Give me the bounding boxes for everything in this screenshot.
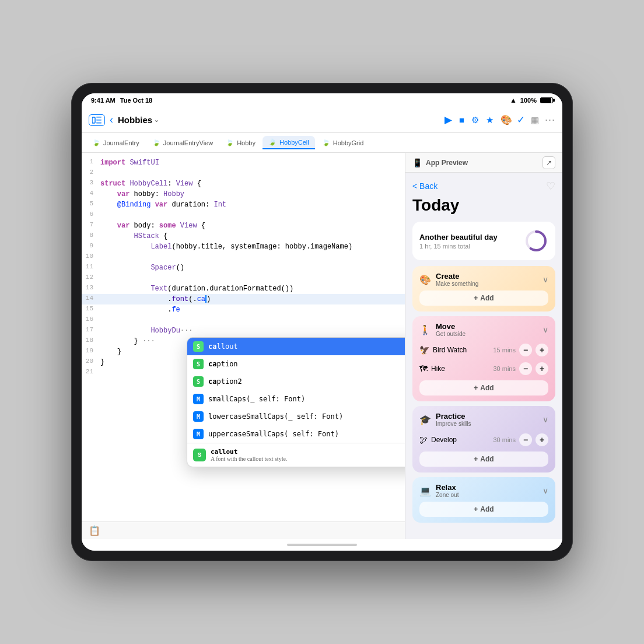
move-chevron-icon[interactable]: ∨ <box>542 325 548 334</box>
preview-back-button[interactable]: < Back <box>412 181 438 191</box>
tab-label-hobby-cell: HobbyCell <box>279 139 309 146</box>
sidebar-toggle-button[interactable] <box>89 114 105 126</box>
hike-minus-button[interactable]: − <box>519 362 532 375</box>
tab-hobby-cell[interactable]: 🍃 HobbyCell <box>262 136 315 149</box>
practice-title: Practice <box>436 412 471 421</box>
develop-left: 🕊 Develop <box>419 435 457 444</box>
palette-icon[interactable]: 🎨 <box>501 114 512 125</box>
star-icon[interactable]: ★ <box>486 115 494 125</box>
code-line-14: 14 .font(.ca) <box>82 294 405 304</box>
relax-header: 💻 Relax Zone out ∨ <box>419 483 548 498</box>
relax-icon: 💻 <box>419 485 431 496</box>
develop-controls: 30 mins − + <box>493 433 548 446</box>
tab-hobby-grid[interactable]: 🍃 HobbyGrid <box>316 136 370 149</box>
birdwatch-time: 15 mins <box>493 346 516 354</box>
birdwatch-controls: 15 mins − + <box>493 344 548 356</box>
tab-journal-entry-view[interactable]: 🍃 JournalEntryView <box>146 136 219 149</box>
practice-header: 🎓 Practice Improve skills ∨ <box>419 412 548 427</box>
tab-hobby[interactable]: 🍃 Hobby <box>220 136 261 149</box>
ac-detail-description: A font with the callout text style. <box>211 456 287 462</box>
create-left: 🎨 Create Make something <box>419 272 478 287</box>
tab-journal-entry[interactable]: 🍃 JournalEntry <box>86 136 145 149</box>
autocomplete-dropdown: S callout ↩ S caption S caption2 <box>187 337 405 467</box>
develop-plus-button[interactable]: + <box>536 433 548 446</box>
create-add-button[interactable]: + Add <box>419 290 548 306</box>
code-line-10: 10 <box>82 252 405 262</box>
code-line-1: 1 import SwiftUI <box>82 158 405 168</box>
relax-chevron-icon[interactable]: ∨ <box>542 486 548 495</box>
sliders-icon[interactable]: ⚙ <box>471 115 479 125</box>
right-panel: 📱 App Preview ↗ < Back ♡ Today <box>405 153 562 539</box>
relax-add-button[interactable]: + Add <box>419 502 548 517</box>
ac-detail-section: S callout A font with the callout text s… <box>187 443 405 467</box>
create-title: Create <box>436 272 478 281</box>
birdwatch-plus-button[interactable]: + <box>536 344 548 356</box>
date-display: Tue Oct 18 <box>120 97 152 104</box>
relax-subtitle: Zone out <box>436 492 459 498</box>
preview-heart-icon[interactable]: ♡ <box>546 180 555 192</box>
checkmark-icon[interactable]: ✓ <box>517 114 525 126</box>
status-left: 9:41 AM Tue Oct 18 <box>91 97 152 104</box>
run-button[interactable]: ▶ <box>444 114 452 126</box>
code-line-7: 7 var body: some View { <box>82 220 405 231</box>
code-area[interactable]: 1 import SwiftUI 2 3 struct HobbyCell: V… <box>82 153 405 522</box>
tab-icon-hobby-grid: 🍃 <box>322 139 330 146</box>
develop-minus-button[interactable]: − <box>519 433 532 446</box>
practice-chevron-icon[interactable]: ∨ <box>542 415 548 424</box>
ac-badge-smallcaps: M <box>193 394 204 404</box>
category-move: 🚶 Move Get outside ∨ 🦅 Bir <box>412 316 555 401</box>
toolbar-left: ‹ Hobbies ⌄ <box>89 114 440 126</box>
practice-add-button[interactable]: + Add <box>419 452 548 467</box>
ac-item-callout-selected[interactable]: S callout ↩ <box>187 338 405 355</box>
tab-label-hobby: Hobby <box>237 139 256 146</box>
code-line-6: 6 <box>82 210 405 220</box>
ac-item-caption[interactable]: S caption <box>187 355 405 373</box>
code-editor: 1 import SwiftUI 2 3 struct HobbyCell: V… <box>82 153 405 539</box>
hike-name: Hike <box>431 365 445 373</box>
practice-add-plus: + <box>474 455 478 463</box>
code-line-2: 2 <box>82 168 405 178</box>
birdwatch-minus-button[interactable]: − <box>519 344 532 356</box>
home-bar <box>287 544 357 546</box>
ac-item-caption2[interactable]: S caption2 <box>187 373 405 390</box>
stop-button[interactable]: ■ <box>459 115 464 125</box>
preview-nav: < Back ♡ <box>412 180 555 192</box>
create-header: 🎨 Create Make something ∨ <box>419 272 548 287</box>
preview-content[interactable]: < Back ♡ Today Another beautiful day 1 h… <box>405 173 562 539</box>
ac-item-lowercasecaps[interactable]: M lowercaseSmallCaps(_ self: Font) <box>187 408 405 425</box>
move-header: 🚶 Move Get outside ∨ <box>419 322 548 337</box>
code-line-11: 11 Spacer() <box>82 262 405 273</box>
code-line-17: 17 HobbyDu··· <box>82 326 405 336</box>
battery-indicator <box>540 97 553 103</box>
hike-plus-button[interactable]: + <box>536 362 548 375</box>
ac-item-uppercasecaps[interactable]: M uppercaseSmallCaps( self: Font) <box>187 425 405 443</box>
progress-svg <box>524 229 548 253</box>
home-indicator <box>82 539 562 551</box>
toolbar-center: ▶ ■ ⚙ ★ 🎨 <box>444 114 512 126</box>
code-line-15: 15 .fe <box>82 304 405 315</box>
wifi-icon: ▲ <box>510 96 517 104</box>
code-line-9: 9 Label(hobby.title, systemImage: hobby.… <box>82 242 405 252</box>
move-add-button[interactable]: + Add <box>419 380 548 396</box>
bottom-console-icon[interactable]: 📋 <box>89 525 100 536</box>
summary-card: Another beautiful day 1 hr, 15 mins tota… <box>412 222 555 260</box>
status-bar: 9:41 AM Tue Oct 18 ▲ 100% <box>82 93 562 107</box>
summary-subtitle: 1 hr, 15 mins total <box>419 243 498 250</box>
hike-icon: 🗺 <box>419 364 428 373</box>
tab-label-hobby-grid: HobbyGrid <box>333 139 364 146</box>
ac-text-lowercasecaps: lowercaseSmallCaps(_ self: Font) <box>208 412 405 421</box>
more-button[interactable]: ··· <box>545 114 555 126</box>
create-chevron-icon[interactable]: ∨ <box>542 275 548 284</box>
move-icon: 🚶 <box>419 324 431 335</box>
practice-icon: 🎓 <box>419 414 431 425</box>
ac-item-smallcaps[interactable]: M smallCaps(_ self: Font) <box>187 390 405 408</box>
grid-icon[interactable]: ▦ <box>531 115 539 125</box>
back-button[interactable]: ‹ <box>110 114 113 126</box>
time-display: 9:41 AM <box>91 97 116 104</box>
ac-badge-s: S <box>193 341 204 352</box>
panel-corner-button[interactable]: ↗ <box>542 156 555 169</box>
develop-icon: 🕊 <box>419 435 428 444</box>
create-text: Create Make something <box>436 272 478 287</box>
ac-badge-caption2: S <box>193 376 204 387</box>
code-line-8: 8 HStack { <box>82 231 405 242</box>
